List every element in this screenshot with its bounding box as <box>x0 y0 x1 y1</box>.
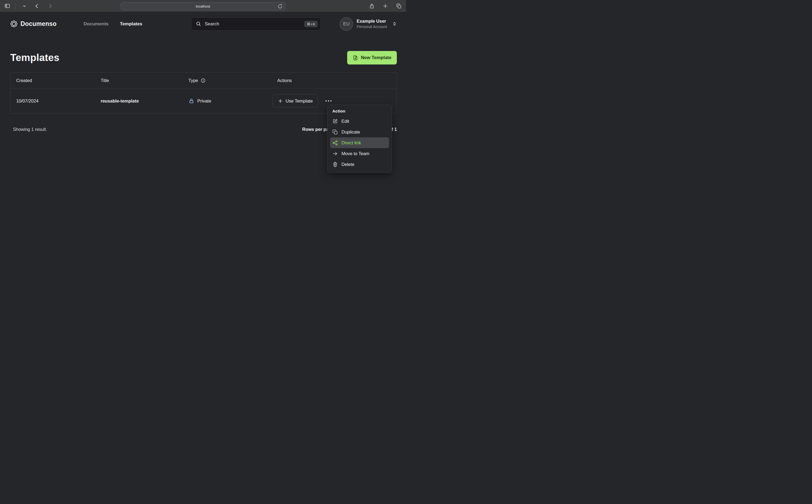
user-name: Example User <box>356 18 387 24</box>
back-button-icon[interactable] <box>33 2 40 9</box>
search-box[interactable]: ⌘+K <box>191 18 321 30</box>
row-actions-context-menu: Action Edit Duplicate Direct link Move t… <box>327 105 392 173</box>
nav-templates[interactable]: Templates <box>120 21 142 27</box>
menu-item-label: Delete <box>341 162 354 167</box>
cell-type: Private <box>183 98 271 104</box>
duplicate-icon <box>332 129 338 135</box>
brand[interactable]: Documenso <box>10 20 56 28</box>
column-header-type: Type <box>183 78 271 83</box>
row-actions-menu-button[interactable] <box>323 98 334 104</box>
type-label: Private <box>197 98 211 104</box>
page-title: Templates <box>10 52 59 63</box>
search-icon <box>196 21 201 27</box>
chevron-up-down-icon <box>392 22 397 26</box>
cell-created: 10/07/2024 <box>11 98 95 104</box>
tab-group-chevron-icon[interactable] <box>21 2 28 9</box>
account-menu-trigger[interactable]: EU Example User Personal Account <box>339 17 397 31</box>
app-header: Documenso Documents Templates ⌘+K EU Exa… <box>10 17 397 30</box>
sidebar-toggle-icon[interactable] <box>4 2 11 9</box>
nav-documents[interactable]: Documents <box>83 21 108 27</box>
use-template-button[interactable]: Use Template <box>273 94 318 107</box>
address-bar-url: localhost <box>196 4 210 8</box>
results-summary: Showing 1 result. <box>13 127 47 132</box>
share-icon[interactable] <box>368 2 375 9</box>
menu-item-move-to-team[interactable]: Move to Team <box>330 148 389 159</box>
search-input[interactable] <box>205 21 301 27</box>
menu-item-label: Move to Team <box>341 151 369 156</box>
new-tab-icon[interactable] <box>382 2 389 9</box>
share-nodes-icon <box>332 140 338 146</box>
arrow-right-icon <box>332 151 338 156</box>
column-header-created: Created <box>11 78 95 83</box>
menu-item-direct-link[interactable]: Direct link <box>330 137 389 148</box>
menu-item-label: Edit <box>341 119 349 124</box>
ellipsis-icon <box>325 99 332 103</box>
search-shortcut-badge: ⌘+K <box>304 21 318 27</box>
use-template-label: Use Template <box>285 98 313 104</box>
user-account-type: Personal Account <box>356 24 387 29</box>
menu-item-label: Direct link <box>341 140 361 145</box>
tab-overview-icon[interactable] <box>395 2 402 9</box>
avatar: EU <box>339 17 353 31</box>
new-template-button[interactable]: New Template <box>347 51 397 64</box>
plus-icon <box>278 98 283 104</box>
new-template-label: New Template <box>361 55 391 60</box>
table-header-row: Created Title Type Actions <box>11 73 396 88</box>
menu-item-delete[interactable]: Delete <box>330 159 389 170</box>
edit-icon <box>332 118 338 124</box>
forward-button-icon[interactable] <box>47 2 54 9</box>
menu-title: Action <box>330 108 389 116</box>
browser-toolbar: localhost <box>0 0 406 12</box>
primary-nav: Documents Templates <box>83 21 142 27</box>
lock-icon <box>188 98 194 104</box>
menu-item-duplicate[interactable]: Duplicate <box>330 127 389 137</box>
trash-icon <box>332 162 338 167</box>
menu-item-label: Duplicate <box>341 130 360 135</box>
cell-title[interactable]: reusable-template <box>95 98 183 104</box>
column-header-title: Title <box>95 78 183 83</box>
info-icon[interactable] <box>200 78 206 83</box>
column-header-actions: Actions <box>271 78 396 83</box>
file-plus-icon <box>352 55 358 61</box>
brand-name: Documenso <box>21 20 56 28</box>
documenso-logo-icon <box>10 20 18 28</box>
reload-icon[interactable] <box>277 4 283 9</box>
address-bar[interactable]: localhost <box>121 2 285 10</box>
menu-item-edit[interactable]: Edit <box>330 116 389 127</box>
toolbar-divider <box>16 3 16 9</box>
